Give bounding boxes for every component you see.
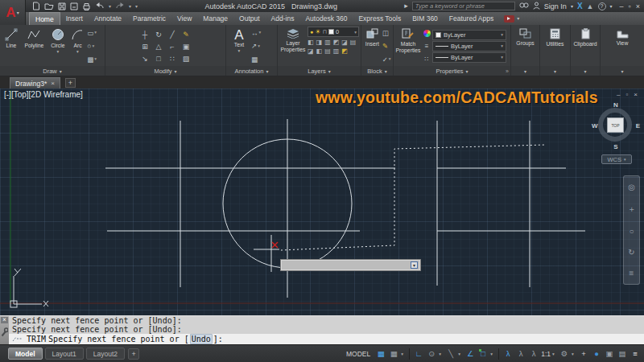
block-attrib-button[interactable]: ✓▾ bbox=[382, 56, 391, 64]
layer-tool-icon[interactable]: ▥ bbox=[324, 39, 331, 46]
tab-express-tools[interactable]: Express Tools bbox=[353, 12, 407, 25]
command-close-icon[interactable]: × bbox=[1, 317, 8, 323]
search-input[interactable] bbox=[412, 2, 515, 10]
ellipse-button[interactable]: ○▾ bbox=[87, 43, 103, 50]
undo-dropdown-icon[interactable]: ▾ bbox=[109, 3, 111, 9]
copy-button[interactable]: ⊞ bbox=[142, 43, 148, 51]
minimize-button[interactable]: – bbox=[620, 2, 624, 10]
tab-output[interactable]: Output bbox=[233, 12, 266, 25]
save-button[interactable] bbox=[58, 2, 66, 10]
linetype-dropdown[interactable]: ByLayer ▾ bbox=[432, 52, 506, 63]
utilities-button[interactable]: Utilities bbox=[547, 27, 564, 66]
workspace-gear-icon[interactable]: ⚙ bbox=[559, 348, 570, 360]
groups-panel-label[interactable]: ▾ bbox=[511, 66, 539, 76]
fillet-button[interactable]: ⌐ bbox=[170, 43, 174, 51]
layer-tool-icon[interactable]: ◪ bbox=[341, 39, 348, 46]
exchange-apps-icon[interactable]: X bbox=[577, 2, 583, 10]
viewcube-east[interactable]: E bbox=[636, 122, 640, 130]
properties-panel-label[interactable]: Properties▾ » bbox=[394, 66, 510, 76]
leader-button[interactable]: ↗▾ bbox=[251, 43, 270, 50]
doc-restore-button[interactable]: ▫ bbox=[625, 91, 628, 98]
layer-tool-icon[interactable]: ◩ bbox=[341, 47, 348, 55]
layer-properties-button[interactable]: Layer Properties bbox=[279, 27, 307, 66]
file-tab-close-icon[interactable]: × bbox=[51, 80, 55, 87]
rotate-button[interactable]: ↻ bbox=[155, 31, 162, 39]
offset-button[interactable]: ▨ bbox=[183, 55, 190, 63]
layer-tool-icon[interactable]: ◧ bbox=[308, 39, 314, 46]
tab-insert[interactable]: Insert bbox=[60, 12, 89, 25]
polyline-button[interactable]: Polyline bbox=[22, 27, 47, 66]
move-button[interactable]: ┼ bbox=[142, 31, 147, 39]
view-panel-label[interactable]: ▾ bbox=[601, 66, 644, 76]
pan-icon[interactable]: ＋ bbox=[628, 204, 636, 215]
help-dropdown-icon[interactable]: ▾ bbox=[610, 4, 613, 9]
annotation-scale-value[interactable]: 1:1 bbox=[541, 350, 551, 358]
tab-manage[interactable]: Manage bbox=[197, 12, 233, 25]
tab-parametric[interactable]: Parametric bbox=[127, 12, 171, 25]
dynamic-input-field[interactable]: ▾ bbox=[280, 259, 421, 271]
match-properties-button[interactable]: Match Properties bbox=[395, 27, 421, 66]
wcs-dropdown[interactable]: WCS▾ bbox=[601, 154, 632, 164]
trim-button[interactable]: ╱ bbox=[170, 31, 174, 39]
layout2-tab[interactable]: Layout2 bbox=[86, 348, 125, 360]
arc-dropdown-icon[interactable]: ▾ bbox=[76, 49, 79, 54]
tab-featured-apps[interactable]: Featured Apps bbox=[444, 12, 499, 25]
hardware-accel-icon[interactable]: ▤ bbox=[617, 348, 628, 360]
dynamic-input-dropdown-icon[interactable]: ▾ bbox=[411, 261, 418, 269]
scale-dropdown-icon[interactable]: ▾ bbox=[552, 352, 557, 356]
command-customize-icon[interactable] bbox=[1, 325, 8, 340]
workspace-dropdown-icon[interactable]: ▾ bbox=[572, 352, 576, 356]
mirror-button[interactable]: △ bbox=[156, 43, 162, 51]
autoscale-icon[interactable]: λ bbox=[515, 348, 526, 360]
line-button[interactable]: Line bbox=[2, 27, 21, 66]
polar-toggle-icon[interactable]: ⊙ bbox=[426, 348, 437, 360]
new-layout-button[interactable]: + bbox=[128, 348, 139, 360]
doc-minimize-button[interactable]: – bbox=[617, 91, 620, 98]
view-button[interactable]: View bbox=[617, 27, 629, 66]
insert-button[interactable]: Insert bbox=[363, 27, 382, 66]
video-icon[interactable] bbox=[504, 15, 514, 23]
dialog-launcher-icon[interactable]: » bbox=[506, 68, 509, 74]
isodraft-dropdown-icon[interactable]: ▾ bbox=[458, 352, 463, 356]
viewcube-top-face[interactable]: TOP bbox=[607, 117, 624, 133]
annotation-monitor-icon[interactable]: + bbox=[578, 348, 589, 360]
layer-tool-icon[interactable]: ◩ bbox=[333, 39, 340, 46]
ortho-toggle-icon[interactable]: ∟ bbox=[413, 348, 424, 360]
lineweight-dropdown[interactable]: ByLayer ▾ bbox=[432, 41, 506, 51]
tab-bim360[interactable]: BIM 360 bbox=[407, 12, 444, 25]
save-as-button[interactable] bbox=[70, 2, 78, 10]
tab-home[interactable]: Home bbox=[29, 12, 60, 25]
block-panel-label[interactable]: Block▾ bbox=[361, 66, 393, 76]
layer-tool-icon[interactable]: ◧ bbox=[316, 47, 323, 55]
model-tab[interactable]: Model bbox=[8, 348, 43, 360]
osnap-dropdown-icon[interactable]: ▾ bbox=[490, 352, 495, 356]
redo-dropdown-icon[interactable]: ▾ bbox=[129, 3, 131, 9]
new-file-button[interactable] bbox=[32, 2, 40, 10]
text-button[interactable]: A Text ▾ bbox=[228, 27, 250, 66]
hatch-button[interactable]: ▩▾ bbox=[87, 56, 103, 64]
groups-button[interactable]: Groups bbox=[516, 27, 534, 66]
array-button[interactable]: ∷ bbox=[170, 55, 175, 63]
tab-view[interactable]: View bbox=[171, 12, 197, 25]
search-icon[interactable] bbox=[519, 2, 529, 10]
navigation-bar[interactable]: ◎ ＋ ○ ↻ ≡ bbox=[623, 175, 640, 285]
clipboard-panel-label[interactable]: ▾ bbox=[571, 66, 600, 76]
layer-dropdown[interactable]: ● ☀ ⊓ 0 ▾ bbox=[308, 27, 359, 37]
tab-addins[interactable]: Add-ins bbox=[266, 12, 300, 25]
annotation-panel-label[interactable]: Annotation▾ bbox=[226, 66, 277, 76]
snap-dropdown-icon[interactable]: ▾ bbox=[401, 352, 406, 356]
modify-panel-label[interactable]: Modify▾ bbox=[105, 66, 225, 76]
circle-dropdown-icon[interactable]: ▾ bbox=[57, 49, 60, 54]
draw-panel-label[interactable]: Draw▾ bbox=[0, 66, 105, 76]
arc-button[interactable]: Arc ▾ bbox=[69, 27, 87, 66]
utilities-panel-label[interactable]: ▾ bbox=[540, 66, 570, 76]
layer-tool-icon[interactable]: ◨ bbox=[316, 39, 323, 46]
new-drawing-tab-button[interactable]: + bbox=[65, 78, 76, 88]
table-button[interactable]: ▦ bbox=[251, 56, 270, 64]
clean-screen-icon[interactable]: ● bbox=[591, 348, 602, 360]
drawing-canvas[interactable]: [-][Top][2D Wireframe] www.youtube.com/C… bbox=[0, 88, 644, 315]
plot-button[interactable] bbox=[82, 2, 91, 10]
redo-button[interactable] bbox=[115, 2, 125, 10]
file-tab-drawing3[interactable]: Drawing3* × bbox=[10, 77, 60, 88]
block-edit-button[interactable]: ◫ bbox=[382, 30, 391, 37]
